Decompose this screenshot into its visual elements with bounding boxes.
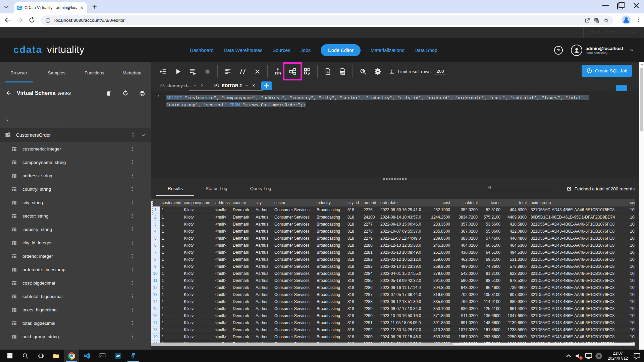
grid-row[interactable]: 141Kilotv<null>DenmarkAarhusConsumer Ser…: [151, 298, 635, 305]
kebab-menu-icon[interactable]: [129, 227, 135, 232]
collapse-chevron-icon[interactable]: [141, 132, 146, 138]
kebab-menu-icon[interactable]: [129, 320, 135, 326]
volume-muted-icon[interactable]: ✕: [574, 352, 583, 360]
grid-col-orderdate[interactable]: orderdate: [378, 199, 428, 206]
new-file-icon[interactable]: [320, 65, 335, 78]
kebab-menu-icon[interactable]: [129, 267, 135, 272]
grid-col-cost[interactable]: cost: [428, 199, 452, 206]
grid-row[interactable]: 111Kilotv<null>DenmarkAarhusConsumer Ser…: [151, 277, 635, 284]
kebab-menu-icon[interactable]: [129, 186, 135, 192]
file-explorer-taskbar-button[interactable]: [48, 350, 64, 362]
taskbar-clock[interactable]: 21:07 2024/07/12: [604, 351, 631, 361]
grid-col-segment[interactable]: segment: [628, 199, 635, 206]
grid-col-orderid[interactable]: orderid: [362, 199, 378, 206]
windows-start-taskbar-button[interactable]: [2, 350, 17, 362]
kebab-menu-icon[interactable]: [129, 160, 135, 165]
notification-center-icon[interactable]: [633, 352, 641, 360]
layers-icon[interactable]: [139, 90, 146, 97]
editor-tab-editor-2[interactable]: EDITOR 2: [210, 82, 259, 91]
sql-code[interactable]: SELECT "customerid", "companyname", "add…: [166, 91, 618, 177]
help-icon[interactable]: ?: [554, 46, 563, 55]
settings-gear-icon[interactable]: [370, 65, 385, 78]
grid-row[interactable]: 41Kilotv<null>DenmarkAarhusConsumer Serv…: [151, 228, 635, 235]
sidebar-tab-browser[interactable]: Browser: [0, 62, 38, 83]
grid-row[interactable]: 171Kilotv<null>DenmarkAarhusConsumer Ser…: [151, 319, 635, 326]
tab-close-icon[interactable]: [200, 83, 205, 88]
grid-col-taxes[interactable]: taxes: [480, 199, 502, 206]
results-tab-query-log[interactable]: Query Log: [239, 181, 283, 196]
dv-app-taskbar-button[interactable]: [125, 350, 141, 362]
column-item-country[interactable]: country:string: [0, 182, 151, 196]
vscode-taskbar-button[interactable]: [79, 350, 95, 362]
user-menu[interactable]: admin@localhost Data Virtuality: [571, 45, 635, 56]
back-icon[interactable]: [3, 16, 12, 24]
export-csv-icon[interactable]: CSV: [335, 65, 350, 78]
grid-col-customerid[interactable]: customerid: [160, 199, 182, 206]
grid-row[interactable]: 151Kilotv<null>DenmarkAarhusConsumer Ser…: [151, 305, 635, 312]
kebab-menu-icon[interactable]: [129, 240, 135, 245]
run-selection-icon[interactable]: [185, 65, 200, 78]
column-item-uuid_group[interactable]: uuid_group:string: [0, 330, 151, 343]
grid-row[interactable]: 181Kilotv<null>DenmarkAarhusConsumer Ser…: [151, 326, 635, 333]
grid-row[interactable]: 71Kilotv<null>DenmarkAarhusConsumer Serv…: [151, 249, 635, 256]
clear-icon[interactable]: [250, 65, 265, 78]
run-all-icon[interactable]: [156, 65, 170, 78]
kebab-menu-icon[interactable]: [129, 200, 135, 205]
grid-col-city[interactable]: city: [254, 199, 272, 206]
nav-item-jobs[interactable]: Jobs: [301, 48, 311, 53]
grid-col-sector[interactable]: sector: [272, 199, 315, 206]
results-tab-status-log[interactable]: Status Log: [194, 181, 239, 196]
horizontal-scrollbar[interactable]: [151, 343, 635, 346]
chevron-down-icon[interactable]: [193, 83, 198, 88]
all-bookmarks[interactable]: すべてのブックマーク: [584, 27, 639, 38]
delete-schema-icon[interactable]: [105, 90, 112, 97]
grid-row[interactable]: 101Kilotv<null>DenmarkAarhusConsumer Ser…: [151, 270, 635, 277]
grid-col-total[interactable]: total: [502, 199, 529, 206]
grid-row[interactable]: 21Kilotv<null>DenmarkAarhusConsumer Serv…: [151, 214, 635, 221]
sidebar-tab-metadata[interactable]: Metadata: [113, 62, 151, 83]
refresh-schema-icon[interactable]: [122, 90, 129, 97]
new-editor-tab-button[interactable]: [261, 81, 272, 90]
kebab-menu-icon[interactable]: [129, 307, 135, 312]
kebab-menu-icon[interactable]: [129, 294, 135, 299]
task-view-taskbar-button[interactable]: [33, 350, 48, 362]
sql-code-area[interactable]: 1 SELECT "customerid", "companyname", "a…: [151, 91, 639, 177]
editor-tab-dummy-d-[interactable]: dummy-d...: [156, 82, 208, 91]
column-item-sector[interactable]: sector:string: [0, 209, 151, 223]
kebab-menu-icon[interactable]: [129, 146, 135, 152]
page-scrollbar[interactable]: [639, 62, 644, 350]
grid-row[interactable]: 131Kilotv<null>DenmarkAarhusConsumer Ser…: [151, 291, 635, 298]
nav-item-materializations[interactable]: Materializations: [371, 48, 405, 53]
run-icon[interactable]: [170, 65, 185, 78]
grid-col-companyname[interactable]: companyname: [182, 199, 213, 206]
url-field[interactable]: localhost:8080/account/#/u/0/editor GA: [41, 15, 613, 25]
grid-row[interactable]: 11Kilotv<null>DenmarkAarhusConsumer Serv…: [151, 206, 635, 214]
nav-item-sources[interactable]: Sources: [272, 48, 290, 53]
results-tab-results[interactable]: Results: [156, 181, 194, 196]
dependencies-icon[interactable]: [300, 65, 315, 78]
grid-col-city_id[interactable]: city_id: [345, 199, 362, 206]
mysql-workbench-taskbar-button[interactable]: [110, 350, 125, 362]
sidebar-tab-samples[interactable]: Samples: [38, 62, 76, 83]
grid-row[interactable]: 81Kilotv<null>DenmarkAarhusConsumer Serv…: [151, 256, 635, 263]
refresh-search-icon[interactable]: [356, 65, 370, 78]
grid-col-address[interactable]: address: [213, 199, 231, 206]
kebab-menu-icon[interactable]: [129, 213, 135, 219]
grid-row[interactable]: 121Kilotv<null>DenmarkAarhusConsumer Ser…: [151, 284, 635, 291]
column-item-address[interactable]: address:string: [0, 169, 151, 182]
data-lineage-icon[interactable]: [285, 65, 300, 78]
network-icon[interactable]: [584, 352, 593, 360]
results-drag-handle[interactable]: [151, 201, 153, 216]
kebab-menu-icon[interactable]: [129, 173, 135, 178]
grid-row[interactable]: 51Kilotv<null>DenmarkAarhusConsumer Serv…: [151, 235, 635, 242]
nav-item-code-editor[interactable]: Code Editor: [321, 44, 361, 56]
column-item-orderid[interactable]: orderid:integer: [0, 249, 151, 263]
tab-close-icon[interactable]: [79, 5, 85, 10]
grid-col-uuid_group[interactable]: uuid_group: [529, 199, 628, 206]
sidebar-search-input[interactable]: [4, 117, 63, 123]
scroll-up-icon[interactable]: [639, 62, 644, 67]
new-tab-icon[interactable]: [91, 3, 98, 10]
column-item-companyname[interactable]: companyname:string: [0, 156, 151, 169]
table-node-customersorder[interactable]: CustomersOrder: [0, 128, 151, 142]
nav-item-data-warehouses[interactable]: Data Warehouses: [224, 48, 263, 53]
